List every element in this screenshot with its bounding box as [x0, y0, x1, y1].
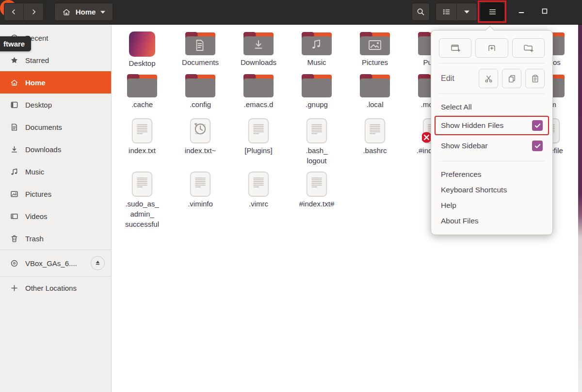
file-label: Pictures: [362, 57, 388, 67]
menu-item-help[interactable]: Help: [431, 198, 552, 213]
file-label: Downloads: [241, 57, 276, 67]
file-item-downloads[interactable]: Downloads: [229, 31, 288, 67]
search-icon: [417, 8, 425, 16]
file-label: .bash_ logout: [306, 145, 327, 166]
sidebar-item-label: Music: [25, 168, 44, 176]
file-item-emacs-d[interactable]: .emacs.d: [229, 74, 288, 110]
forward-button[interactable]: [23, 3, 44, 21]
caret-down-icon: [464, 10, 469, 14]
file-item-index-txt[interactable]: #index.txt#: [288, 171, 346, 209]
file-label: [Plugins]: [244, 145, 273, 156]
trash-icon: [10, 235, 18, 243]
file-label: .gnupg: [306, 99, 328, 110]
sidebar-item-starred[interactable]: Starred: [0, 49, 111, 71]
file-icon: [189, 118, 211, 144]
sidebar-item-desktop[interactable]: Desktop: [0, 94, 111, 116]
file-item-gnupg[interactable]: .gnupg: [288, 74, 346, 110]
view-list-icon: [443, 8, 450, 16]
file-item-sudo-as-admin-successful[interactable]: .sudo_as_ admin_ successful: [113, 171, 171, 229]
caret-down-icon: [100, 11, 105, 14]
document-icon: [10, 123, 18, 131]
sidebar-item-videos[interactable]: Videos: [0, 205, 111, 227]
location-button[interactable]: Home: [54, 3, 113, 21]
desktop-icon: [10, 101, 18, 109]
sidebar-item-label: Trash: [25, 235, 44, 243]
file-item-config[interactable]: .config: [171, 74, 229, 110]
file-item-vimrc[interactable]: .vimrc: [229, 171, 288, 209]
file-label: .viminfo: [188, 199, 213, 209]
file-item-local[interactable]: .local: [346, 74, 404, 110]
file-item-index-txt[interactable]: index.txt: [113, 118, 171, 156]
file-icon: [247, 171, 270, 197]
sidebar-item-other-locations[interactable]: Other Locations: [0, 277, 111, 299]
menu-item-about-files[interactable]: About Files: [431, 213, 552, 229]
other-locations-label: Other Locations: [25, 284, 77, 292]
desktop-wallpaper-strip: [578, 25, 582, 392]
file-label: Documents: [182, 57, 219, 67]
menu-button[interactable]: [481, 3, 504, 21]
search-button[interactable]: [412, 3, 430, 21]
maximize-button[interactable]: [535, 3, 554, 21]
file-item-index-txt[interactable]: index.txt~: [171, 118, 229, 156]
file-item-music[interactable]: Music: [288, 31, 346, 67]
new-tab-button[interactable]: [475, 38, 508, 58]
chevron-right-icon: [30, 8, 37, 16]
folder-icon: [243, 74, 274, 98]
menu-item-keyboard-shortcuts[interactable]: Keyboard Shortcuts: [431, 182, 552, 198]
minimize-icon: [517, 7, 525, 17]
file-label: .vimrc: [249, 199, 268, 209]
tooltip: ftware: [0, 36, 31, 51]
home-icon: [10, 78, 18, 87]
sidebar-item-label: Desktop: [25, 101, 52, 109]
music-icon: [10, 168, 18, 176]
checkbox-checked[interactable]: [532, 120, 543, 131]
picture-icon: [10, 190, 18, 198]
menu-toggle-show-sidebar[interactable]: Show Sidebar: [431, 136, 552, 156]
menu-item-preferences[interactable]: Preferences: [431, 167, 552, 182]
folder-icon: [359, 31, 390, 56]
sidebar-item-pictures[interactable]: Pictures: [0, 183, 111, 205]
file-label: .config: [190, 99, 211, 110]
minimize-button[interactable]: [512, 3, 531, 21]
new-window-button[interactable]: [439, 38, 471, 58]
menu-item-select-all[interactable]: Select All: [431, 99, 552, 115]
file-label: .cache: [131, 99, 153, 110]
sidebar-item-downloads[interactable]: Downloads: [0, 138, 111, 160]
location-label: Home: [76, 8, 96, 16]
sidebar-item-device[interactable]: VBox_GAs_6....: [0, 250, 111, 276]
sidebar-item-trash[interactable]: Trash: [0, 227, 111, 250]
file-icon: [189, 171, 211, 197]
sidebar-item-home[interactable]: Home: [0, 71, 111, 94]
file-icon: [364, 118, 386, 144]
file-item-cache[interactable]: .cache: [113, 74, 171, 110]
menu-toggle-show-hidden-files[interactable]: Show Hidden Files: [436, 117, 548, 134]
file-item-viminfo[interactable]: .viminfo: [171, 171, 229, 209]
file-icon: [247, 118, 270, 144]
copy-button[interactable]: [502, 69, 521, 88]
back-button[interactable]: [4, 3, 24, 21]
cut-button[interactable]: [479, 69, 498, 88]
view-options-button[interactable]: [456, 3, 477, 21]
folder-icon: [127, 74, 158, 98]
checkbox-checked[interactable]: [532, 141, 543, 151]
file-label: .local: [366, 99, 383, 110]
file-item-plugins[interactable]: [Plugins]: [229, 118, 288, 156]
menu-toggle-label: Show Hidden Files: [441, 121, 532, 130]
file-label: index.txt~: [185, 145, 216, 156]
files-window: Home RecentStarredHomeDesktopDocumentsDo…: [0, 0, 582, 392]
edit-buttons: [479, 69, 545, 88]
file-label: index.txt: [129, 145, 156, 156]
file-item-documents[interactable]: Documents: [171, 31, 229, 67]
file-label: #index.txt#: [299, 199, 335, 209]
file-item-bashrc[interactable]: .bashrc: [346, 118, 404, 156]
file-item-desktop[interactable]: Desktop: [113, 31, 171, 68]
file-item-pictures[interactable]: Pictures: [346, 31, 404, 67]
eject-button[interactable]: [91, 256, 105, 270]
file-item-bash-logout[interactable]: .bash_ logout: [288, 118, 346, 166]
sidebar-item-documents[interactable]: Documents: [0, 116, 111, 138]
view-list-button[interactable]: [436, 3, 457, 21]
sidebar-item-label: Downloads: [25, 145, 61, 154]
paste-button[interactable]: [525, 69, 545, 88]
new-folder-button[interactable]: [512, 38, 545, 58]
sidebar-item-music[interactable]: Music: [0, 160, 111, 183]
